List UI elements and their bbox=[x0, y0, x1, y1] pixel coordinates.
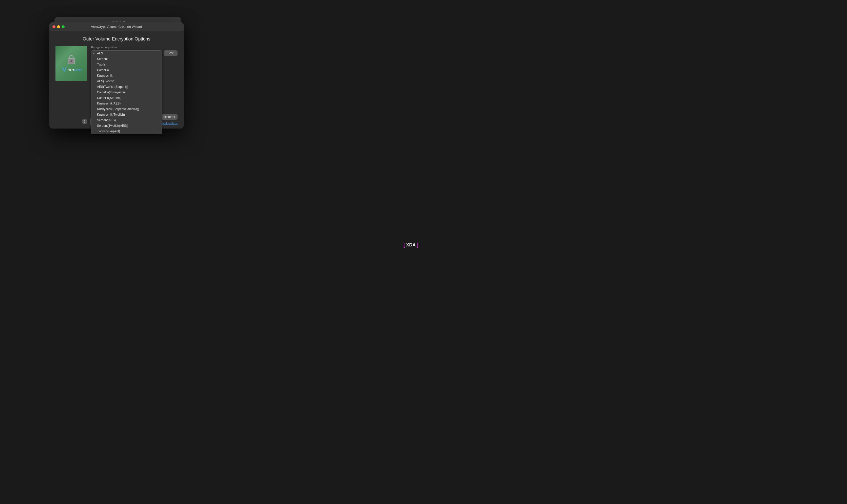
xda-bracket-left: [ bbox=[403, 242, 405, 248]
algorithm-serpent[interactable]: Serpent bbox=[91, 56, 161, 62]
dialog-content: VeraCrypt Encryption Algorithm ✓ bbox=[55, 46, 177, 125]
veracrypt-v-icon bbox=[61, 67, 67, 73]
volume-creation-wizard-dialog: VeraCrypt Volume Creation Wizard Outer V… bbox=[49, 22, 184, 128]
algorithm-camellia-serpent[interactable]: Camellia(Serpent) bbox=[91, 95, 161, 101]
lock-icon bbox=[66, 54, 76, 65]
dialog-right-panel: Encryption Algorithm ✓ AES Serpent bbox=[91, 46, 177, 125]
minimize-traffic-light[interactable] bbox=[57, 25, 60, 28]
algorithm-kuznyechik-twofish[interactable]: Kuznyechik(Twofish) bbox=[91, 112, 161, 118]
dropdown-open-list: ✓ AES Serpent Twofish Came bbox=[91, 50, 162, 134]
encryption-algorithm-label: Encryption Algorithm bbox=[91, 46, 162, 49]
veracrypt-image: VeraCrypt bbox=[55, 46, 87, 81]
algorithm-kuznyechik-aes[interactable]: Kuznyechik(AES) bbox=[91, 101, 161, 106]
algorithm-camellia-kuznyechik[interactable]: Camellia(Kuznyechik) bbox=[91, 90, 161, 95]
dialog-titlebar: VeraCrypt Volume Creation Wizard bbox=[49, 22, 184, 31]
algorithm-aes[interactable]: ✓ AES bbox=[91, 51, 161, 56]
algorithm-serpent-twofish-aes[interactable]: Serpent(Twofish(AES)) bbox=[91, 123, 161, 128]
help-button[interactable]: ? bbox=[82, 119, 87, 124]
test-button[interactable]: Test bbox=[164, 50, 177, 56]
algorithm-kuznyechik[interactable]: Kuznyechik bbox=[91, 73, 161, 78]
algorithm-camellia[interactable]: Camellia bbox=[91, 67, 161, 73]
xda-logo: [ XDA ] bbox=[403, 242, 418, 248]
close-traffic-light[interactable] bbox=[52, 25, 55, 28]
algorithm-serpent-aes[interactable]: Serpent(AES) bbox=[91, 118, 161, 123]
maximize-traffic-light[interactable] bbox=[62, 25, 65, 28]
algorithm-twofish[interactable]: Twofish bbox=[91, 62, 161, 67]
traffic-lights bbox=[52, 25, 65, 28]
dialog-title: VeraCrypt Volume Creation Wizard bbox=[91, 25, 142, 29]
lock-background: VeraCrypt bbox=[55, 46, 87, 81]
dialog-main-title: Outer Volume Encryption Options bbox=[55, 36, 177, 42]
xda-bracket-right: ] bbox=[417, 242, 418, 248]
algorithm-aes-twofish-serpent[interactable]: AES(Twofish(Serpent)) bbox=[91, 84, 161, 90]
svg-marker-3 bbox=[62, 67, 67, 72]
svg-rect-2 bbox=[71, 61, 72, 62]
checkmark-icon: ✓ bbox=[93, 52, 96, 55]
xda-text: XDA bbox=[406, 242, 416, 248]
veracrypt-label: VeraCrypt bbox=[68, 68, 82, 71]
algorithm-aes-twofish[interactable]: AES(Twofish) bbox=[91, 78, 161, 84]
algorithm-twofish-serpent[interactable]: Twofish(Serpent) bbox=[91, 128, 161, 134]
algorithm-kuznyechik-serpent-camellia[interactable]: Kuznyechik(Serpent(Camellia)) bbox=[91, 106, 161, 112]
